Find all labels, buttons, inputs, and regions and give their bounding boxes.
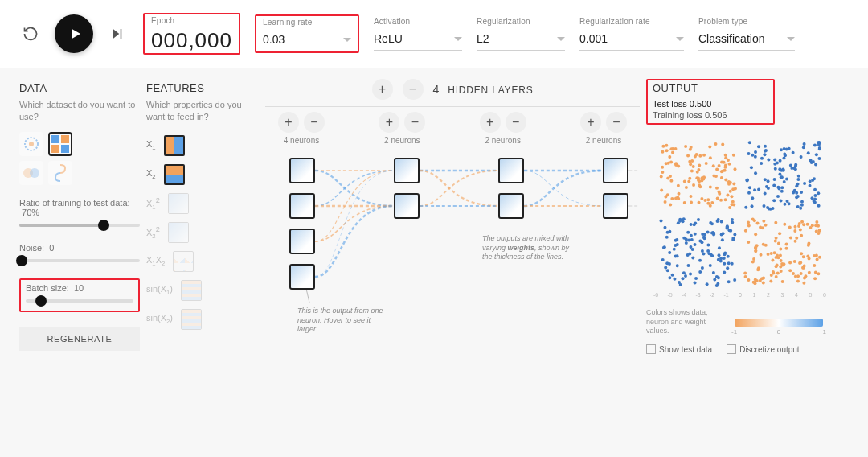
step-button[interactable]: [106, 23, 129, 45]
dataset-circle[interactable]: [19, 132, 43, 156]
dataset-spiral[interactable]: [48, 161, 72, 185]
remove-layer-button[interactable]: −: [403, 79, 424, 100]
neuron[interactable]: [603, 193, 628, 219]
svg-point-272: [770, 252, 773, 255]
epoch-value: 000,000: [151, 28, 232, 53]
remove-neuron-button[interactable]: −: [606, 112, 627, 133]
svg-point-347: [698, 163, 701, 167]
remove-neuron-button[interactable]: −: [404, 112, 425, 133]
svg-point-155: [692, 183, 695, 187]
svg-point-182: [668, 276, 671, 279]
regularization-rate-dropdown[interactable]: 0.001: [579, 29, 684, 51]
svg-point-457: [746, 179, 749, 182]
data-panel: DATA Which dataset do you want to use? R…: [19, 79, 140, 457]
add-neuron-button[interactable]: +: [379, 112, 399, 133]
svg-point-75: [721, 143, 724, 146]
neuron[interactable]: [289, 228, 315, 254]
noise-slider[interactable]: [19, 259, 140, 262]
show-test-checkbox[interactable]: Show test data: [646, 344, 712, 354]
neuron[interactable]: [289, 264, 315, 290]
feature-sinx2[interactable]: sin(X2): [146, 309, 259, 330]
svg-rect-4: [61, 135, 69, 143]
svg-point-159: [731, 200, 735, 204]
play-button[interactable]: [55, 14, 93, 53]
svg-point-320: [802, 255, 805, 258]
svg-point-331: [724, 154, 727, 157]
svg-point-508: [813, 277, 817, 280]
problem-type-param: Problem type Classification: [698, 17, 795, 51]
dataset-gauss[interactable]: [19, 161, 43, 185]
batch-label: Batch size:: [26, 283, 69, 293]
svg-point-501: [764, 150, 767, 153]
svg-point-297: [764, 192, 767, 196]
regenerate-button[interactable]: REGENERATE: [19, 327, 140, 351]
feature-x1x2[interactable]: X1X2: [146, 251, 259, 272]
neuron[interactable]: [498, 158, 524, 183]
feature-x2sq[interactable]: X22: [146, 222, 259, 243]
playback-controls: [19, 14, 129, 53]
regularization-dropdown[interactable]: L2: [477, 29, 565, 51]
feature-x1sq[interactable]: X12: [146, 193, 259, 214]
features-subtitle: Which properties do you want to feed in?: [146, 99, 259, 124]
svg-point-175: [700, 197, 703, 200]
svg-point-315: [669, 179, 673, 183]
add-neuron-button[interactable]: +: [480, 112, 501, 133]
svg-point-145: [785, 178, 788, 181]
problem-type-dropdown[interactable]: Classification: [698, 29, 795, 51]
feature-x2[interactable]: X2: [146, 164, 259, 185]
remove-neuron-button[interactable]: −: [304, 112, 325, 133]
svg-point-446: [682, 217, 686, 220]
neuron[interactable]: [289, 158, 315, 183]
svg-point-285: [800, 200, 804, 204]
activation-dropdown[interactable]: ReLU: [374, 29, 462, 51]
svg-point-438: [685, 237, 688, 241]
svg-point-370: [706, 282, 709, 286]
svg-point-185: [757, 187, 760, 191]
svg-point-407: [702, 154, 706, 157]
svg-point-129: [760, 157, 764, 160]
neuron[interactable]: [289, 193, 315, 219]
svg-point-111: [671, 151, 674, 154]
svg-point-322: [721, 238, 724, 241]
neuron[interactable]: [394, 193, 420, 219]
remove-neuron-button[interactable]: −: [506, 112, 526, 133]
svg-point-453: [773, 163, 776, 166]
svg-text:6: 6: [823, 292, 826, 298]
svg-point-484: [806, 223, 809, 226]
neuron[interactable]: [498, 193, 524, 219]
discretize-checkbox[interactable]: Discretize output: [727, 344, 799, 354]
add-neuron-button[interactable]: +: [278, 112, 299, 133]
add-layer-button[interactable]: +: [372, 79, 393, 100]
svg-point-255: [724, 178, 727, 181]
svg-point-439: [698, 201, 701, 204]
svg-point-424: [747, 221, 750, 224]
feature-sinx1[interactable]: sin(X1): [146, 280, 259, 301]
svg-point-87: [732, 154, 735, 157]
add-neuron-button[interactable]: +: [580, 112, 601, 133]
svg-point-441: [754, 171, 757, 175]
svg-point-416: [788, 261, 792, 264]
svg-point-392: [781, 280, 784, 283]
svg-point-163: [730, 195, 733, 198]
svg-point-497: [754, 150, 757, 154]
batch-slider[interactable]: [26, 299, 133, 303]
neuron[interactable]: [603, 158, 628, 183]
svg-point-483: [692, 165, 695, 168]
svg-point-124: [803, 276, 806, 279]
feature-x1[interactable]: X1: [146, 135, 259, 156]
svg-point-254: [729, 229, 732, 233]
svg-point-135: [661, 166, 664, 169]
svg-point-470: [716, 282, 719, 286]
feature-list: X1X2X12X22X1X2sin(X1)sin(X2): [146, 135, 259, 330]
reset-button[interactable]: [19, 23, 42, 45]
ratio-slider[interactable]: [19, 224, 140, 227]
svg-point-494: [691, 257, 694, 260]
svg-point-201: [807, 151, 810, 154]
dataset-xor[interactable]: [48, 132, 72, 156]
regularization-param: Regularization L2: [477, 17, 565, 51]
learning-rate-dropdown[interactable]: 0.03: [263, 30, 351, 51]
neuron[interactable]: [394, 158, 420, 183]
svg-point-245: [817, 157, 821, 160]
svg-point-314: [688, 252, 691, 255]
feature-thumb: [168, 193, 189, 214]
